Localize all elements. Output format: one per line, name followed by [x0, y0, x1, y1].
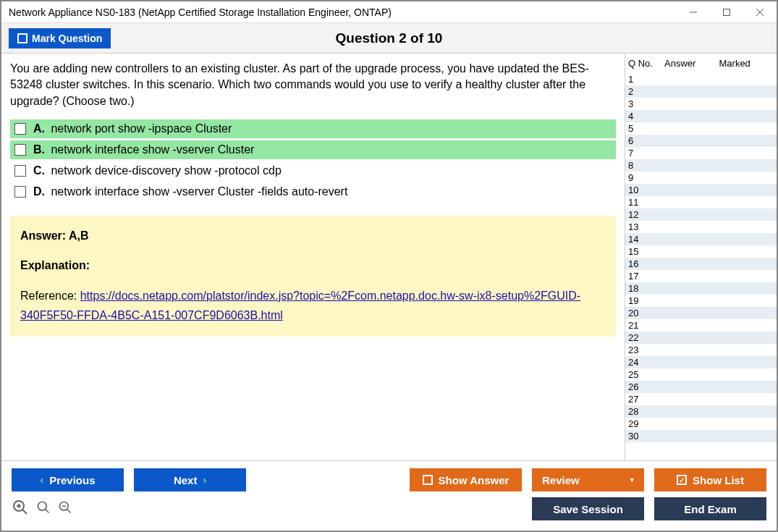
qlist-row[interactable]: 30 [625, 430, 777, 442]
qlist-row[interactable]: 29 [625, 418, 777, 430]
checkbox-icon[interactable] [14, 165, 26, 177]
qlist-answer [664, 86, 719, 97]
qlist-row[interactable]: 13 [625, 221, 777, 233]
qlist-row[interactable]: 17 [625, 270, 777, 282]
choice-B[interactable]: B. network interface show -vserver Clust… [10, 140, 616, 159]
qlist-row[interactable]: 12 [625, 208, 777, 221]
maximize-button[interactable] [710, 1, 743, 23]
qlist-answer [664, 283, 719, 294]
qlist-row[interactable]: 25 [625, 368, 777, 381]
show-list-label: Show List [693, 474, 744, 486]
previous-button[interactable]: ‹ Previous [12, 468, 124, 491]
qlist-number: 1 [628, 74, 664, 85]
answer-heading: Answer: A,B [20, 226, 606, 245]
save-session-button[interactable]: Save Session [532, 497, 644, 520]
reference-link[interactable]: https://docs.netapp.com/platstor/index.j… [20, 290, 580, 321]
zoom-reset-icon[interactable] [12, 499, 29, 519]
qlist-row[interactable]: 23 [625, 344, 777, 356]
show-answer-button[interactable]: Show Answer [410, 468, 522, 491]
qlist-row[interactable]: 2 [625, 85, 777, 98]
titlebar: Network Appliance NS0-183 (NetApp Certif… [1, 1, 777, 23]
qlist-row[interactable]: 19 [625, 295, 777, 307]
qlist-row[interactable]: 14 [625, 233, 777, 245]
qlist-row[interactable]: 1 [625, 73, 777, 85]
choice-A[interactable]: A. network port show -ipspace Cluster [10, 119, 616, 138]
button-row-1: ‹ Previous Next › Show Answer Review ▾ ✓… [12, 468, 766, 491]
qlist-body[interactable]: 1234567891011121314151617181920212223242… [625, 73, 777, 460]
review-dropdown[interactable]: Review ▾ [532, 468, 644, 491]
bottom-bar: ‹ Previous Next › Show Answer Review ▾ ✓… [1, 460, 777, 531]
qlist-row[interactable]: 9 [625, 172, 777, 184]
qlist-answer [664, 258, 719, 269]
show-list-button[interactable]: ✓ Show List [654, 468, 766, 491]
qlist-row[interactable]: 22 [625, 332, 777, 344]
qlist-marked [719, 148, 774, 159]
qlist-answer [664, 185, 719, 195]
qlist-row[interactable]: 8 [625, 159, 777, 172]
qlist-row[interactable]: 20 [625, 307, 777, 319]
qlist-answer [664, 271, 719, 282]
main-panel: You are adding new controllers to an exi… [1, 54, 625, 460]
qlist-number: 4 [628, 111, 664, 122]
mark-question-button[interactable]: Mark Question [9, 28, 111, 48]
qlist-answer [664, 369, 719, 380]
qlist-answer [664, 221, 719, 232]
qlist-row[interactable]: 21 [625, 319, 777, 332]
qlist-row[interactable]: 7 [625, 147, 777, 159]
checkbox-icon[interactable] [14, 144, 26, 156]
choice-C[interactable]: C. network device-discovery show -protoc… [10, 161, 616, 180]
qlist-answer [664, 148, 719, 159]
qlist-answer [664, 308, 719, 318]
qlist-row[interactable]: 16 [625, 258, 777, 270]
zoom-out-icon[interactable] [58, 500, 72, 518]
qlist-marked [719, 283, 774, 294]
next-button[interactable]: Next › [134, 468, 246, 491]
qlist-number: 13 [628, 221, 664, 232]
zoom-in-icon[interactable] [36, 500, 51, 518]
qlist-row[interactable]: 27 [625, 393, 777, 405]
qlist-marked [719, 160, 774, 171]
qlist-answer [664, 418, 719, 429]
question-list-panel: Q No. Answer Marked 12345678910111213141… [625, 54, 777, 460]
choice-text: B. network interface show -vserver Clust… [33, 143, 254, 156]
qlist-row[interactable]: 5 [625, 122, 777, 135]
qlist-marked [719, 123, 774, 134]
qlist-row[interactable]: 18 [625, 282, 777, 295]
minimize-button[interactable] [677, 1, 710, 23]
close-button[interactable] [743, 1, 777, 23]
qlist-row[interactable]: 11 [625, 196, 777, 208]
qlist-row[interactable]: 6 [625, 135, 777, 147]
choice-D[interactable]: D. network interface show -vserver Clust… [10, 182, 616, 201]
qlist-number: 11 [628, 197, 664, 208]
qlist-marked [719, 406, 774, 417]
qlist-marked [719, 295, 774, 306]
qlist-answer [664, 172, 719, 183]
qlist-row[interactable]: 28 [625, 405, 777, 418]
qlist-marked [719, 172, 774, 183]
question-prompt: You are adding new controllers to an exi… [10, 61, 616, 109]
qlist-row[interactable]: 4 [625, 110, 777, 122]
save-session-label: Save Session [553, 503, 623, 515]
qlist-row[interactable]: 26 [625, 381, 777, 393]
qlist-number: 22 [628, 332, 664, 343]
qlist-marked [719, 418, 774, 429]
qlist-answer [664, 234, 719, 245]
qlist-row[interactable]: 3 [625, 98, 777, 110]
qlist-row[interactable]: 15 [625, 245, 777, 258]
qlist-number: 23 [628, 345, 664, 355]
qlist-marked [719, 234, 774, 245]
qlist-answer [664, 111, 719, 122]
window-title: Network Appliance NS0-183 (NetApp Certif… [9, 7, 677, 18]
qlist-row[interactable]: 10 [625, 184, 777, 196]
qlist-answer [664, 74, 719, 85]
checkbox-icon[interactable] [14, 186, 26, 198]
qlist-row[interactable]: 24 [625, 356, 777, 368]
checkbox-icon[interactable] [14, 123, 26, 135]
qlist-header: Q No. Answer Marked [625, 54, 777, 73]
qlist-marked [719, 271, 774, 282]
qlist-marked [719, 185, 774, 195]
qlist-number: 10 [628, 185, 664, 195]
end-exam-button[interactable]: End Exam [654, 497, 766, 520]
zoom-controls [12, 499, 72, 519]
qlist-answer [664, 394, 719, 405]
